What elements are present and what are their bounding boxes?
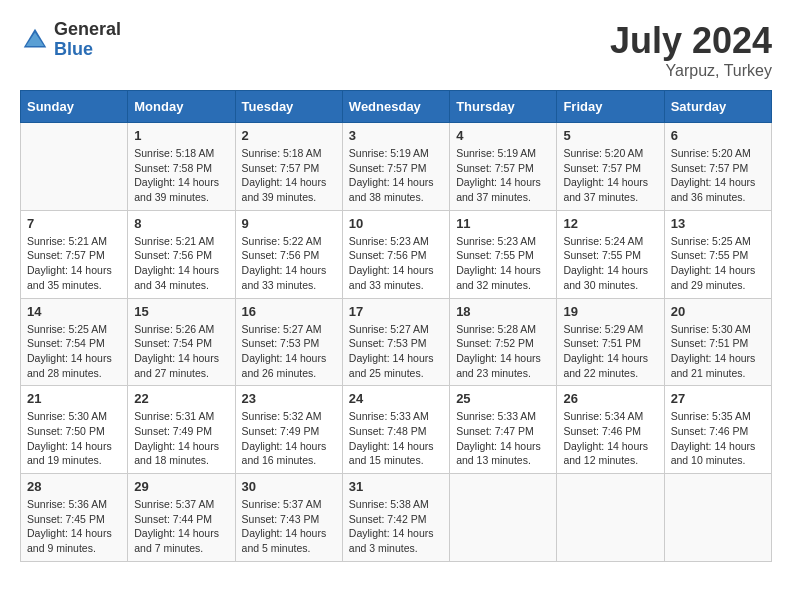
- day-info: Sunrise: 5:38 AMSunset: 7:42 PMDaylight:…: [349, 497, 443, 556]
- calendar-cell: 7Sunrise: 5:21 AMSunset: 7:57 PMDaylight…: [21, 210, 128, 298]
- calendar-week-1: 1Sunrise: 5:18 AMSunset: 7:58 PMDaylight…: [21, 123, 772, 211]
- day-info: Sunrise: 5:25 AMSunset: 7:54 PMDaylight:…: [27, 322, 121, 381]
- day-number: 15: [134, 304, 228, 319]
- day-number: 5: [563, 128, 657, 143]
- day-info: Sunrise: 5:32 AMSunset: 7:49 PMDaylight:…: [242, 409, 336, 468]
- calendar-cell: [664, 474, 771, 562]
- day-info: Sunrise: 5:24 AMSunset: 7:55 PMDaylight:…: [563, 234, 657, 293]
- day-number: 3: [349, 128, 443, 143]
- day-number: 19: [563, 304, 657, 319]
- day-number: 9: [242, 216, 336, 231]
- logo-blue: Blue: [54, 40, 121, 60]
- calendar-cell: 21Sunrise: 5:30 AMSunset: 7:50 PMDayligh…: [21, 386, 128, 474]
- page-header: General Blue July 2024 Yarpuz, Turkey: [20, 20, 772, 80]
- day-number: 31: [349, 479, 443, 494]
- calendar-cell: 30Sunrise: 5:37 AMSunset: 7:43 PMDayligh…: [235, 474, 342, 562]
- day-header-saturday: Saturday: [664, 91, 771, 123]
- calendar-cell: 25Sunrise: 5:33 AMSunset: 7:47 PMDayligh…: [450, 386, 557, 474]
- calendar-week-2: 7Sunrise: 5:21 AMSunset: 7:57 PMDaylight…: [21, 210, 772, 298]
- day-info: Sunrise: 5:21 AMSunset: 7:56 PMDaylight:…: [134, 234, 228, 293]
- day-number: 12: [563, 216, 657, 231]
- logo: General Blue: [20, 20, 121, 60]
- calendar-cell: 16Sunrise: 5:27 AMSunset: 7:53 PMDayligh…: [235, 298, 342, 386]
- day-info: Sunrise: 5:27 AMSunset: 7:53 PMDaylight:…: [349, 322, 443, 381]
- day-info: Sunrise: 5:26 AMSunset: 7:54 PMDaylight:…: [134, 322, 228, 381]
- logo-general: General: [54, 20, 121, 40]
- calendar-cell: 31Sunrise: 5:38 AMSunset: 7:42 PMDayligh…: [342, 474, 449, 562]
- calendar-cell: 28Sunrise: 5:36 AMSunset: 7:45 PMDayligh…: [21, 474, 128, 562]
- calendar-cell: 4Sunrise: 5:19 AMSunset: 7:57 PMDaylight…: [450, 123, 557, 211]
- day-number: 29: [134, 479, 228, 494]
- day-info: Sunrise: 5:35 AMSunset: 7:46 PMDaylight:…: [671, 409, 765, 468]
- day-info: Sunrise: 5:33 AMSunset: 7:48 PMDaylight:…: [349, 409, 443, 468]
- calendar-cell: 10Sunrise: 5:23 AMSunset: 7:56 PMDayligh…: [342, 210, 449, 298]
- calendar-cell: 29Sunrise: 5:37 AMSunset: 7:44 PMDayligh…: [128, 474, 235, 562]
- day-info: Sunrise: 5:20 AMSunset: 7:57 PMDaylight:…: [671, 146, 765, 205]
- calendar-cell: 22Sunrise: 5:31 AMSunset: 7:49 PMDayligh…: [128, 386, 235, 474]
- calendar-cell: 23Sunrise: 5:32 AMSunset: 7:49 PMDayligh…: [235, 386, 342, 474]
- calendar-cell: 9Sunrise: 5:22 AMSunset: 7:56 PMDaylight…: [235, 210, 342, 298]
- day-number: 7: [27, 216, 121, 231]
- calendar-cell: 18Sunrise: 5:28 AMSunset: 7:52 PMDayligh…: [450, 298, 557, 386]
- calendar-cell: 2Sunrise: 5:18 AMSunset: 7:57 PMDaylight…: [235, 123, 342, 211]
- day-info: Sunrise: 5:33 AMSunset: 7:47 PMDaylight:…: [456, 409, 550, 468]
- logo-icon: [20, 25, 50, 55]
- calendar-cell: 3Sunrise: 5:19 AMSunset: 7:57 PMDaylight…: [342, 123, 449, 211]
- calendar-cell: 27Sunrise: 5:35 AMSunset: 7:46 PMDayligh…: [664, 386, 771, 474]
- calendar-cell: 15Sunrise: 5:26 AMSunset: 7:54 PMDayligh…: [128, 298, 235, 386]
- calendar-week-5: 28Sunrise: 5:36 AMSunset: 7:45 PMDayligh…: [21, 474, 772, 562]
- day-number: 26: [563, 391, 657, 406]
- day-info: Sunrise: 5:18 AMSunset: 7:57 PMDaylight:…: [242, 146, 336, 205]
- calendar-cell: 8Sunrise: 5:21 AMSunset: 7:56 PMDaylight…: [128, 210, 235, 298]
- calendar-cell: 12Sunrise: 5:24 AMSunset: 7:55 PMDayligh…: [557, 210, 664, 298]
- day-number: 21: [27, 391, 121, 406]
- day-number: 20: [671, 304, 765, 319]
- day-number: 25: [456, 391, 550, 406]
- calendar-cell: [450, 474, 557, 562]
- day-info: Sunrise: 5:23 AMSunset: 7:55 PMDaylight:…: [456, 234, 550, 293]
- calendar-cell: 14Sunrise: 5:25 AMSunset: 7:54 PMDayligh…: [21, 298, 128, 386]
- calendar-cell: 19Sunrise: 5:29 AMSunset: 7:51 PMDayligh…: [557, 298, 664, 386]
- calendar-cell: [21, 123, 128, 211]
- logo-text: General Blue: [54, 20, 121, 60]
- calendar-cell: 1Sunrise: 5:18 AMSunset: 7:58 PMDaylight…: [128, 123, 235, 211]
- calendar-cell: 5Sunrise: 5:20 AMSunset: 7:57 PMDaylight…: [557, 123, 664, 211]
- day-info: Sunrise: 5:31 AMSunset: 7:49 PMDaylight:…: [134, 409, 228, 468]
- calendar-cell: 17Sunrise: 5:27 AMSunset: 7:53 PMDayligh…: [342, 298, 449, 386]
- day-info: Sunrise: 5:20 AMSunset: 7:57 PMDaylight:…: [563, 146, 657, 205]
- calendar-week-4: 21Sunrise: 5:30 AMSunset: 7:50 PMDayligh…: [21, 386, 772, 474]
- day-number: 18: [456, 304, 550, 319]
- day-number: 27: [671, 391, 765, 406]
- day-info: Sunrise: 5:19 AMSunset: 7:57 PMDaylight:…: [456, 146, 550, 205]
- day-number: 17: [349, 304, 443, 319]
- day-number: 24: [349, 391, 443, 406]
- day-number: 10: [349, 216, 443, 231]
- day-number: 13: [671, 216, 765, 231]
- day-header-thursday: Thursday: [450, 91, 557, 123]
- day-info: Sunrise: 5:27 AMSunset: 7:53 PMDaylight:…: [242, 322, 336, 381]
- day-info: Sunrise: 5:22 AMSunset: 7:56 PMDaylight:…: [242, 234, 336, 293]
- day-info: Sunrise: 5:23 AMSunset: 7:56 PMDaylight:…: [349, 234, 443, 293]
- calendar-cell: 6Sunrise: 5:20 AMSunset: 7:57 PMDaylight…: [664, 123, 771, 211]
- day-info: Sunrise: 5:37 AMSunset: 7:44 PMDaylight:…: [134, 497, 228, 556]
- day-number: 4: [456, 128, 550, 143]
- day-info: Sunrise: 5:28 AMSunset: 7:52 PMDaylight:…: [456, 322, 550, 381]
- day-number: 2: [242, 128, 336, 143]
- day-number: 16: [242, 304, 336, 319]
- day-info: Sunrise: 5:21 AMSunset: 7:57 PMDaylight:…: [27, 234, 121, 293]
- calendar-table: SundayMondayTuesdayWednesdayThursdayFrid…: [20, 90, 772, 562]
- day-info: Sunrise: 5:36 AMSunset: 7:45 PMDaylight:…: [27, 497, 121, 556]
- day-header-friday: Friday: [557, 91, 664, 123]
- day-header-sunday: Sunday: [21, 91, 128, 123]
- day-info: Sunrise: 5:19 AMSunset: 7:57 PMDaylight:…: [349, 146, 443, 205]
- calendar-cell: 11Sunrise: 5:23 AMSunset: 7:55 PMDayligh…: [450, 210, 557, 298]
- day-header-wednesday: Wednesday: [342, 91, 449, 123]
- day-info: Sunrise: 5:18 AMSunset: 7:58 PMDaylight:…: [134, 146, 228, 205]
- day-number: 23: [242, 391, 336, 406]
- day-info: Sunrise: 5:30 AMSunset: 7:50 PMDaylight:…: [27, 409, 121, 468]
- month-year: July 2024: [610, 20, 772, 62]
- day-number: 1: [134, 128, 228, 143]
- calendar-week-3: 14Sunrise: 5:25 AMSunset: 7:54 PMDayligh…: [21, 298, 772, 386]
- day-info: Sunrise: 5:37 AMSunset: 7:43 PMDaylight:…: [242, 497, 336, 556]
- day-info: Sunrise: 5:34 AMSunset: 7:46 PMDaylight:…: [563, 409, 657, 468]
